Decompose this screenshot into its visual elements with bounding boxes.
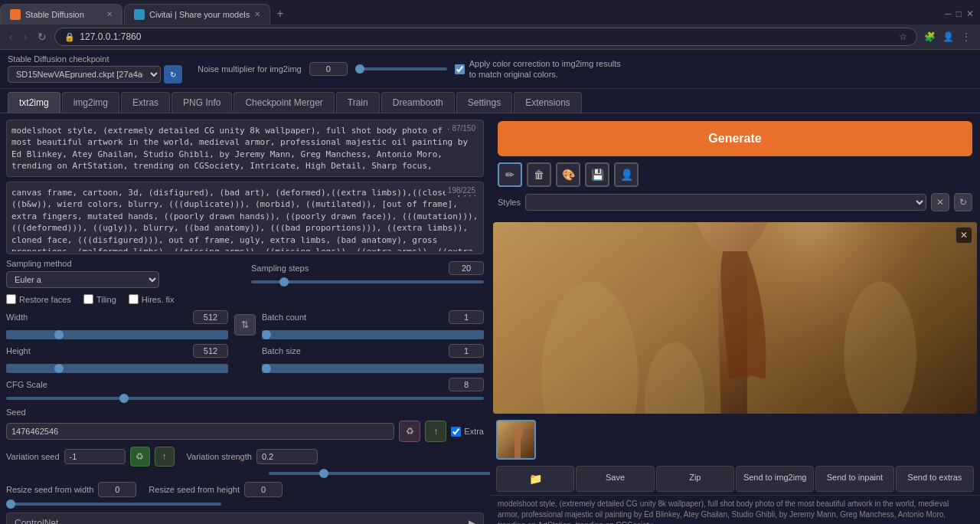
batch-count-value[interactable]: 1: [449, 310, 484, 324]
height-label: Height: [6, 346, 31, 355]
send-inpaint-btn[interactable]: Send to inpaint: [815, 466, 893, 492]
tab-close-2[interactable]: ✕: [254, 10, 260, 18]
tab-train[interactable]: Train: [336, 92, 380, 113]
batch-size-value[interactable]: 1: [449, 344, 484, 358]
seed-input[interactable]: 1476462546: [6, 423, 394, 440]
width-value[interactable]: 512: [193, 310, 228, 324]
browser-chrome: Stable Diffusion ✕ Civitai | Share your …: [0, 0, 980, 50]
checkbox-row: Restore faces Tiling Hires. fix: [6, 293, 484, 306]
extra-checkbox[interactable]: Extra: [451, 427, 484, 437]
sampling-steps-value[interactable]: 20: [449, 261, 484, 275]
style-icon-palette[interactable]: 🎨: [556, 162, 580, 187]
tab-img2img[interactable]: img2img: [62, 92, 119, 113]
sampling-steps-slider[interactable]: [251, 280, 484, 283]
style-icon-save[interactable]: 💾: [585, 162, 609, 187]
browser-toolbar-icons: 🧩 👤 ⋮: [922, 29, 974, 44]
noise-slider[interactable]: [355, 67, 447, 70]
variation-seed-input[interactable]: -1: [64, 449, 126, 464]
style-icon-person[interactable]: 👤: [614, 162, 639, 187]
refresh-btn[interactable]: ↻: [34, 29, 50, 44]
swap-dimensions-btn[interactable]: ⇅: [234, 314, 256, 336]
top-bar: Stable Diffusion checkpoint SD15NewVAEpr…: [0, 50, 980, 89]
save-btn[interactable]: Save: [576, 466, 654, 492]
style-icon-pencil[interactable]: ✏: [498, 162, 522, 187]
seed-recycle-btn[interactable]: ↑: [425, 421, 446, 442]
tab-txt2img[interactable]: txt2img: [8, 92, 60, 113]
controlnet-label: ControlNet: [15, 518, 58, 524]
zip-label: Zip: [689, 473, 701, 482]
tab-civitai[interactable]: Civitai | Share your models ✕: [124, 4, 270, 25]
variation-seed-recycle-btn[interactable]: ↑: [155, 447, 175, 467]
tab-checkpoint-merger[interactable]: Checkpoint Merger: [234, 92, 334, 113]
resize-height-label: Resize seed from height: [149, 485, 240, 494]
folder-icon: 📁: [529, 473, 542, 485]
thumbnail-1[interactable]: [496, 420, 536, 460]
color-correction-checkbox[interactable]: [455, 64, 465, 74]
checkpoint-select[interactable]: SD15NewVAEpruned.ckpt [27a4ac756c]: [8, 66, 161, 83]
send-img2img-btn[interactable]: Send to img2img: [736, 466, 814, 492]
seed-random-btn[interactable]: ♻: [399, 421, 420, 442]
cfg-section: CFG Scale 8: [6, 378, 484, 402]
right-panel: Generate ✏ 🗑 🎨 💾 👤 Styles ✕ ↻: [490, 113, 980, 524]
tab-close-1[interactable]: ✕: [106, 10, 113, 18]
tab-stable-diffusion[interactable]: Stable Diffusion ✕: [0, 4, 122, 25]
tab-dreambooth[interactable]: Dreambooth: [381, 92, 455, 113]
generate-button[interactable]: Generate: [498, 121, 972, 156]
tiling-checkbox[interactable]: Tiling: [83, 294, 116, 304]
image-close-btn[interactable]: ✕: [956, 227, 972, 244]
seed-label: Seed: [6, 408, 26, 417]
styles-refresh-btn[interactable]: ↻: [954, 193, 972, 211]
variation-strength-input[interactable]: 0.2: [256, 449, 318, 464]
minimize-btn[interactable]: ─: [945, 8, 952, 19]
thumbnail-image-1: [498, 421, 536, 460]
extensions-icon[interactable]: 🧩: [922, 29, 937, 44]
settings-icon[interactable]: ⋮: [959, 29, 974, 44]
batch-size-slider[interactable]: [262, 364, 484, 373]
new-tab-button[interactable]: +: [270, 7, 289, 21]
variation-strength-slider[interactable]: [269, 472, 490, 475]
profile-icon[interactable]: 👤: [940, 29, 956, 44]
tab-png-info[interactable]: PNG Info: [172, 92, 232, 113]
height-value[interactable]: 512: [193, 344, 228, 358]
styles-label: Styles: [498, 198, 521, 207]
tab-label-2: Civitai | Share your models: [149, 10, 250, 19]
tab-extras[interactable]: Extras: [121, 92, 170, 113]
send-extras-btn[interactable]: Send to extras: [896, 466, 974, 492]
batch-size-section: Batch size 1: [262, 344, 484, 373]
checkpoint-refresh-icon[interactable]: ↻: [164, 65, 182, 84]
width-slider[interactable]: [6, 330, 228, 339]
forward-btn[interactable]: ›: [21, 29, 31, 44]
negative-token-count: 198/225: [445, 185, 479, 195]
variation-seed-random-btn[interactable]: ♻: [130, 447, 150, 467]
styles-add-btn[interactable]: ✕: [931, 193, 949, 211]
noise-input[interactable]: 0: [309, 62, 348, 76]
address-bar[interactable]: 🔒 127.0.0.1:7860 ☆: [54, 28, 917, 46]
back-btn[interactable]: ‹: [6, 29, 16, 44]
style-icon-trash[interactable]: 🗑: [527, 162, 551, 187]
generate-area: Generate ✏ 🗑 🎨 💾 👤 Styles ✕ ↻: [490, 113, 980, 219]
hires-fix-checkbox[interactable]: Hires. fix: [129, 294, 175, 304]
url-input[interactable]: 127.0.0.1:7860: [80, 31, 894, 42]
resize-width-input[interactable]: 0: [98, 482, 136, 497]
restore-faces-checkbox[interactable]: Restore faces: [6, 294, 71, 304]
content-area: modelshoot style, (extremely detailed CG…: [0, 113, 980, 524]
cfg-slider[interactable]: [6, 397, 484, 400]
positive-prompt-textarea[interactable]: modelshoot style, (extremely detailed CG…: [7, 120, 483, 174]
open-folder-btn[interactable]: 📁: [496, 466, 574, 492]
height-slider[interactable]: [6, 364, 228, 373]
cfg-value[interactable]: 8: [449, 378, 484, 391]
maximize-btn[interactable]: □: [956, 8, 962, 19]
sampling-method-select[interactable]: Euler a Euler LMS DPM++ 2M Karras: [6, 271, 159, 288]
controlnet-header[interactable]: ControlNet ▶: [7, 513, 483, 524]
zip-btn[interactable]: Zip: [656, 466, 734, 492]
resize-width-slider[interactable]: [6, 503, 221, 506]
batch-count-slider[interactable]: [262, 330, 484, 339]
negative-prompt-textarea[interactable]: canvas frame, cartoon, 3d, (disfigured),…: [7, 182, 483, 251]
styles-select[interactable]: [525, 194, 926, 211]
tab-extensions[interactable]: Extensions: [514, 92, 582, 113]
tab-settings[interactable]: Settings: [456, 92, 512, 113]
bookmark-icon[interactable]: ☆: [899, 31, 907, 42]
resize-height-input[interactable]: 0: [244, 482, 283, 497]
close-window-btn[interactable]: ✕: [966, 8, 974, 19]
width-section: Width 512: [6, 310, 228, 339]
